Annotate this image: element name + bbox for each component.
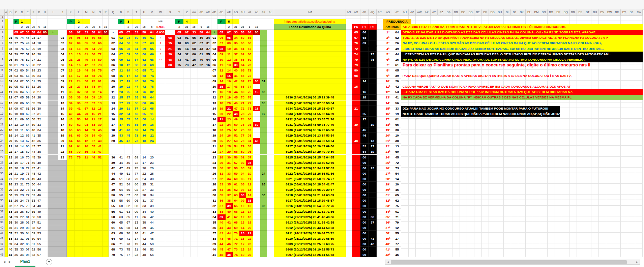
p8-cell[interactable] bbox=[369, 111, 377, 117]
p5-cell[interactable]: 61 bbox=[233, 182, 239, 187]
row-header[interactable]: 13 bbox=[0, 79, 5, 84]
p4-red-cell[interactable]: 39 bbox=[165, 52, 175, 57]
p3-rowno[interactable]: 09 bbox=[109, 79, 118, 84]
cell-AR[interactable] bbox=[377, 149, 383, 154]
p5-cell[interactable]: 06 bbox=[217, 35, 226, 40]
p2-cell[interactable] bbox=[103, 127, 109, 133]
cell-H[interactable] bbox=[42, 203, 48, 209]
p1-cell[interactable]: 79 bbox=[25, 203, 31, 209]
p5-cell[interactable]: 25 bbox=[226, 127, 233, 133]
p2-cell[interactable]: 70 bbox=[97, 46, 103, 52]
result-item[interactable] bbox=[274, 84, 346, 89]
p3-bottom-cell[interactable]: 42 bbox=[109, 166, 118, 171]
p3-cell[interactable]: 11 bbox=[148, 111, 156, 117]
p2-input-cell[interactable] bbox=[58, 241, 67, 247]
p8-cell[interactable] bbox=[369, 68, 377, 73]
cell-AC[interactable] bbox=[205, 166, 211, 171]
cell-Q[interactable] bbox=[109, 149, 118, 154]
cell-H[interactable] bbox=[42, 220, 48, 225]
p1-cell[interactable]: 37 bbox=[36, 144, 42, 149]
p1-rowno[interactable]: 16 bbox=[8, 117, 13, 122]
p5-80-cell[interactable]: 80 bbox=[253, 30, 260, 35]
cell-H[interactable] bbox=[42, 40, 48, 46]
freq-value[interactable]: 20 bbox=[393, 182, 401, 187]
p6-cell[interactable]: 80 bbox=[352, 68, 360, 73]
column-header[interactable]: Z bbox=[183, 9, 191, 16]
p2-input-cell[interactable] bbox=[48, 155, 58, 160]
p2-rowno[interactable]: 07 bbox=[58, 68, 67, 73]
p2-cell[interactable] bbox=[67, 192, 75, 198]
cell-R[interactable] bbox=[118, 24, 124, 30]
cell-AB[interactable] bbox=[198, 95, 205, 100]
p8-header[interactable]: P8 bbox=[369, 24, 377, 30]
p3-cell[interactable]: 72 bbox=[141, 84, 148, 89]
p1-rowno[interactable]: 15 bbox=[8, 111, 13, 117]
p1-cell[interactable]: 11 bbox=[19, 127, 25, 133]
p6-cell[interactable] bbox=[352, 160, 360, 166]
p5-cell[interactable]: 40 bbox=[217, 220, 226, 225]
cell-H[interactable] bbox=[42, 236, 48, 241]
cell-AA[interactable] bbox=[191, 176, 198, 182]
cell-X[interactable] bbox=[165, 214, 175, 220]
cell-AL[interactable] bbox=[267, 68, 274, 73]
freq-rank[interactable]: 33ª bbox=[383, 203, 393, 209]
p1-cell[interactable]: 78 bbox=[19, 57, 25, 62]
p1-cell[interactable]: 31 bbox=[36, 111, 42, 117]
p1-cell[interactable]: 63 bbox=[25, 117, 31, 122]
cell-W[interactable] bbox=[156, 231, 165, 236]
p2-cell[interactable] bbox=[90, 236, 97, 241]
cell-AR[interactable] bbox=[377, 24, 383, 30]
cell-AR[interactable] bbox=[377, 117, 383, 122]
p5-cell[interactable]: 71 bbox=[246, 68, 253, 73]
p3-cell[interactable]: 18 bbox=[141, 138, 148, 144]
freq-value[interactable]: 19 bbox=[393, 111, 401, 117]
cell-Y[interactable] bbox=[175, 149, 183, 154]
p2-cell[interactable] bbox=[83, 171, 90, 176]
p5-cell[interactable]: 08 bbox=[239, 192, 246, 198]
p6-cell[interactable] bbox=[352, 95, 360, 100]
p1-rowno[interactable]: 19 bbox=[8, 133, 13, 138]
scroll-right-icon[interactable]: ► bbox=[635, 260, 640, 264]
p1-cell[interactable]: 76 bbox=[19, 46, 25, 52]
cell-AR[interactable] bbox=[377, 182, 383, 187]
p3-label[interactable]: P bbox=[118, 19, 124, 24]
cell-AA[interactable] bbox=[191, 79, 198, 84]
p2-input-plus[interactable]: + bbox=[48, 30, 58, 35]
cell-AR[interactable] bbox=[377, 79, 383, 84]
cell-AN[interactable] bbox=[346, 231, 352, 236]
p8-cell[interactable] bbox=[369, 46, 377, 52]
freq-value[interactable]: 01 bbox=[393, 209, 401, 214]
p7-cell[interactable]: 00 bbox=[360, 198, 369, 203]
p5-cell[interactable]: 35 bbox=[233, 40, 239, 46]
p1-cell[interactable]: 10 bbox=[19, 122, 25, 127]
p3-bottom-cell[interactable]: 60 bbox=[124, 198, 133, 203]
p3-cell[interactable]: 60 bbox=[141, 52, 148, 57]
col-a-cell[interactable] bbox=[5, 198, 8, 203]
cell-AL[interactable] bbox=[267, 209, 274, 214]
cell-AC[interactable] bbox=[205, 89, 211, 95]
cell-AL[interactable] bbox=[267, 203, 274, 209]
cell-AC[interactable] bbox=[205, 155, 211, 160]
cell-AB[interactable] bbox=[198, 73, 205, 79]
p5-rowno[interactable]: 10 bbox=[211, 84, 217, 89]
cell-V[interactable] bbox=[148, 16, 156, 19]
cell-H[interactable] bbox=[42, 149, 48, 154]
p5-rowno[interactable]: 22 bbox=[211, 149, 217, 154]
freq-rank[interactable]: 39ª bbox=[383, 236, 393, 241]
ak-green-cell[interactable] bbox=[260, 117, 267, 122]
p8-cell[interactable]: 37 bbox=[369, 220, 377, 225]
p1-cell[interactable]: 16 bbox=[19, 155, 25, 160]
cell-Z[interactable] bbox=[183, 122, 191, 127]
freq-value[interactable]: 16 bbox=[393, 57, 401, 62]
cell-W[interactable] bbox=[156, 203, 165, 209]
p3-cell[interactable]: 24 bbox=[148, 138, 156, 144]
p2-cell[interactable]: 46 bbox=[90, 155, 97, 160]
cell-AC[interactable] bbox=[205, 122, 211, 127]
p8-cell[interactable]: 73 bbox=[369, 52, 377, 57]
p8-cell[interactable] bbox=[369, 30, 377, 35]
p3-cell[interactable]: 14 bbox=[141, 127, 148, 133]
cell-AA[interactable] bbox=[191, 198, 198, 203]
cell-AC[interactable] bbox=[205, 149, 211, 154]
cell-AJ[interactable] bbox=[253, 209, 260, 214]
cell-X[interactable] bbox=[165, 155, 175, 160]
